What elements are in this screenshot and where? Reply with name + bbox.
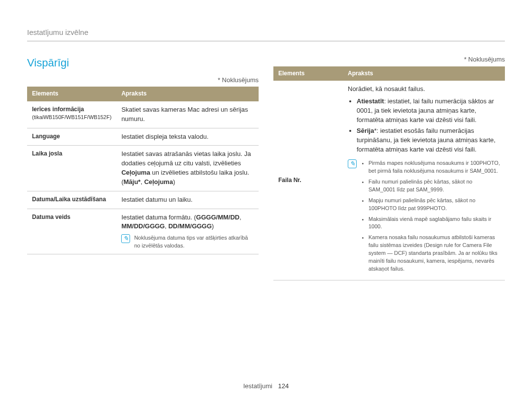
row-desc: Skatiet savas kameras Mac adresi un sēri… [116, 101, 259, 128]
footer-label: Iestatījumi [243, 382, 272, 390]
settings-table-right: Elements Apraksts Faila Nr. Norādiet, kā… [273, 66, 505, 280]
note-text: Noklusējuma datuma tips var atšķirties a… [134, 234, 254, 250]
table-row: Datuma veids Iestatiet datuma formātu. (… [27, 209, 259, 254]
row-key: Language [32, 133, 60, 140]
list-item: Pirmās mapes noklusējuma nosaukums ir 10… [368, 159, 500, 175]
list-item: Atiestatīt: iestatiet, lai failu numerāc… [357, 97, 500, 125]
row-desc: Iestatiet datuma formātu. (GGGG/MM/DD, M… [116, 209, 259, 254]
table-row: Language Iestatiet displeja teksta valod… [27, 128, 259, 146]
table-row: Laika josla Iestatiet savas atrašanās vi… [27, 146, 259, 191]
list-item: Sērija*: iestatiet esošās failu numerāci… [357, 126, 500, 154]
row-desc: Iestatiet displeja teksta valodu. [116, 128, 259, 146]
col-header-desc: Apraksts [343, 66, 505, 81]
row-desc: Norādiet, kā nosaukt failus. Atiestatīt:… [343, 81, 505, 280]
default-note-right: * Noklusējums [273, 55, 505, 64]
table-row: Ierīces informācija (tikaiWB150F/WB151F/… [27, 101, 259, 128]
settings-table-left: Elements Apraksts Ierīces informācija (t… [27, 87, 259, 254]
page-number: 124 [278, 382, 289, 391]
section-title: Vispārīgi [27, 55, 259, 71]
list-item: Kamera nosaka failu nosaukumus atbilstoš… [368, 234, 500, 273]
list-item: Maksimālais vienā mapē saglabājamo failu… [368, 216, 500, 231]
breadcrumb: Iestatījumu izvēlne [27, 27, 505, 41]
row-key: Faila Nr. [278, 177, 301, 184]
list-item: Failu numuri palielinās pēc kārtas, sāko… [368, 178, 500, 194]
file-nr-intro: Norādiet, kā nosaukt failus. [348, 85, 500, 94]
table-row: Faila Nr. Norādiet, kā nosaukt failus. A… [273, 81, 505, 280]
note-icon: ✎ [121, 234, 130, 243]
left-column: Vispārīgi * Noklusējums Elements Aprakst… [27, 55, 259, 280]
row-key: Datuma/Laika uzstādīšana [32, 196, 106, 203]
col-header-elements: Elements [273, 66, 343, 81]
list-item: Mapju numuri palielinās pēc kārtas, sāko… [368, 197, 500, 213]
note-icon: ✎ [348, 159, 357, 168]
row-desc: Iestatiet datumu un laiku. [116, 191, 259, 209]
row-key: Datuma veids [32, 214, 70, 220]
row-key: Ierīces informācija [32, 106, 84, 113]
right-column: * Noklusējums Elements Apraksts Faila Nr… [273, 55, 505, 280]
page-footer: Iestatījumi 124 [0, 382, 532, 391]
row-key: Laika josla [32, 150, 62, 157]
row-key-sub: (tikaiWB150F/WB151F/WB152F) [32, 114, 111, 122]
row-desc: Iestatiet savas atrašanās vietas laika j… [116, 146, 259, 191]
col-header-desc: Apraksts [116, 87, 259, 101]
default-note-left: * Noklusējums [27, 76, 259, 85]
table-row: Datuma/Laika uzstādīšana Iestatiet datum… [27, 191, 259, 209]
col-header-elements: Elements [27, 87, 116, 101]
